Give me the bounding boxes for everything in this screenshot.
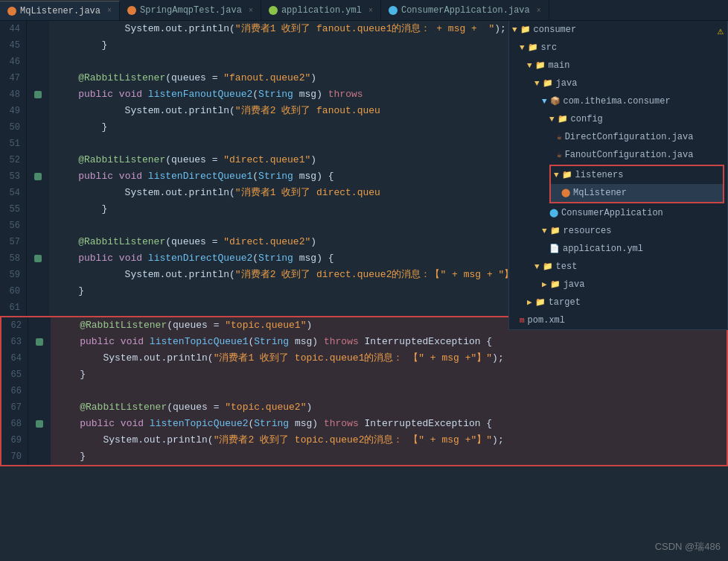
tree-item-listeners[interactable]: ▼ 📁 listeners [551,166,723,184]
code-content [51,383,727,399]
folder-icon: ▼ [549,112,555,127]
yml-file-icon [269,6,278,15]
tab-application-yml[interactable]: application.yml × [261,1,381,20]
folder-icon: 📁 [543,76,553,91]
gutter [27,201,49,218]
yml-file-icon: 📄 [549,241,560,256]
folder-icon: 📁 [562,168,572,183]
line-number: 60 [0,283,27,299]
gutter [28,399,51,416]
line-number: 54 [0,185,27,201]
tab-label: application.yml [281,5,362,16]
tree-label: consumer [534,22,577,37]
line-number: 59 [0,267,27,283]
tree-label: resources [563,224,612,238]
gutter [27,136,49,152]
line-number: 45 [0,37,27,54]
tab-consumer-application[interactable]: ConsumerApplication.java × [381,1,549,20]
code-content: @RabbitListener(queues = "topic.queue2") [51,399,727,416]
line-number: 49 [0,103,27,119]
gutter [28,432,51,449]
tree-item-resources[interactable]: ▼ 📁 resources [509,222,727,240]
folder-icon: ▶ [542,277,547,292]
line-number: 57 [0,234,27,250]
main-area: 44 System.out.println("消费者1 收到了 fanout.q… [0,21,728,561]
tab-mq-listener[interactable]: MqListener.java × [0,1,120,20]
gutter [28,383,51,399]
tree-item-src[interactable]: ▼ 📁 src [509,39,727,57]
line-number: 46 [0,54,27,70]
folder-icon: ▼ [512,22,517,37]
tree-item-pom-xml[interactable]: m pom.xml [509,311,727,329]
tree-item-test-java[interactable]: ▶ 📁 java [509,276,727,294]
table-row: 68 public void listenTopicQueue2(String … [0,416,728,432]
gutter [28,416,51,432]
app-file-icon: ⬤ [549,206,558,221]
line-number: 66 [1,383,28,399]
line-number: 55 [0,201,27,218]
tree-item-direct-config[interactable]: ☕ DirectConfiguration.java [509,128,727,146]
code-content: public void listenTopicQueue1(String msg… [51,334,727,350]
line-number: 65 [1,367,28,383]
tree-label: config [571,112,603,127]
warning-icon: ⚠ [718,25,724,37]
folder-icon: ▶ [527,295,532,310]
tree-label: listeners [575,168,624,183]
gutter [28,317,51,334]
tree-label: main [549,58,570,73]
code-content: System.out.println("消费者2 收到了 topic.queue… [51,432,727,449]
run-icon [36,338,43,346]
gutter [28,367,51,383]
tree-label: java [563,277,585,292]
tree-item-consumer[interactable]: ▼ 📁 consumer [509,21,727,39]
tab-spring-amqp-test[interactable]: SpringAmqpTest.java × [120,1,261,20]
tree-label: pom.xml [528,313,565,328]
tree-item-target[interactable]: ▶ 📁 target [509,294,727,311]
line-number: 61 [0,299,27,316]
tree-item-consumer-app[interactable]: ⬤ ConsumerApplication [509,204,727,222]
package-icon: ▼ [542,94,547,109]
watermark: CSDN @瑞486 [655,540,721,554]
tree-label: target [549,295,581,310]
folder-icon: ▼ [542,224,547,238]
tree-item-java[interactable]: ▼ 📁 java [509,75,727,92]
folder-icon: 📁 [528,40,538,55]
tree-item-fanout-config[interactable]: ☕ FanoutConfiguration.java [509,146,727,164]
java-file-icon: ☕ [557,148,562,162]
tree-item-main[interactable]: ▼ 📁 main [509,57,727,75]
java-folder-icon: 📁 [550,277,561,292]
table-row: 66 [0,383,728,399]
tree-label: java [556,76,578,91]
close-icon[interactable]: × [249,7,253,15]
gutter [28,449,51,465]
listeners-red-box: ▼ 📁 listeners ⬤ MqListener [549,165,724,203]
line-number: 52 [0,152,27,168]
package-icon: 📦 [550,94,561,109]
line-number: 48 [0,86,27,103]
line-number: 68 [1,416,28,432]
tab-label: SpringAmqpTest.java [140,5,242,16]
tree-item-mq-listener[interactable]: ⬤ MqListener [551,184,723,202]
gutter [27,267,49,283]
gutter [28,350,51,367]
folder-icon: 📁 [543,259,553,274]
tree-item-test[interactable]: ▼ 📁 test [509,258,727,276]
table-row: 70 } [0,449,728,466]
gutter [27,70,49,86]
gutter [27,218,49,234]
line-number: 51 [0,136,27,152]
pom-icon: m [520,313,525,328]
close-icon[interactable]: × [537,7,541,15]
table-row: 69 System.out.println("消费者2 收到了 topic.qu… [0,432,728,449]
close-icon[interactable]: × [107,7,112,15]
close-icon[interactable]: × [368,7,373,15]
tree-label: DirectConfiguration.java [565,130,694,145]
code-content: public void listenTopicQueue2(String msg… [51,416,727,432]
tree-item-config[interactable]: ▼ 📁 config [509,110,727,128]
tree-item-pkg[interactable]: ▼ 📦 com.itheima.consumer [509,92,727,110]
tree-item-application-yml[interactable]: 📄 application.yml [509,240,727,258]
folder-icon: 📁 [535,295,546,310]
folder-icon: 📁 [558,112,568,127]
code-content: } [51,449,727,465]
tab-bar: MqListener.java × SpringAmqpTest.java × … [0,0,728,21]
